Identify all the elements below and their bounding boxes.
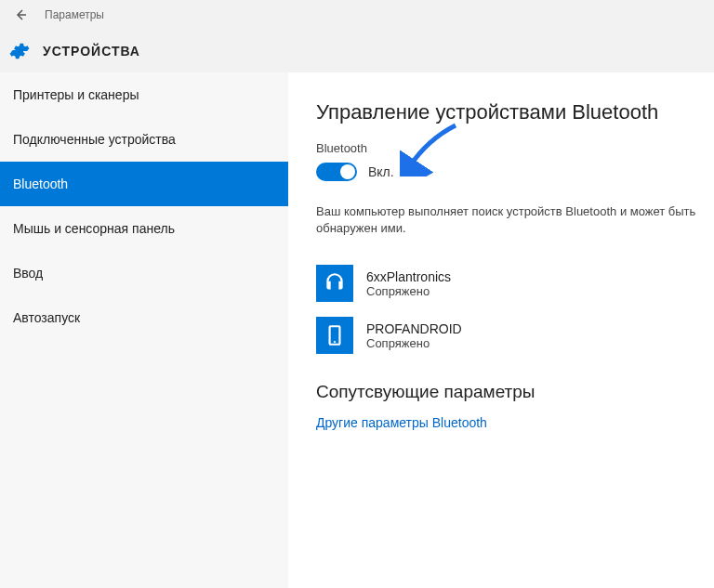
content: Принтеры и сканеры Подключенные устройст…: [0, 72, 714, 588]
more-bluetooth-settings-link[interactable]: Другие параметры Bluetooth: [316, 415, 714, 430]
sidebar-item-autorun[interactable]: Автозапуск: [0, 295, 288, 340]
sidebar-item-bluetooth[interactable]: Bluetooth: [0, 162, 288, 206]
arrow-left-icon: [13, 7, 28, 22]
device-info: 6xxPlantronics Сопряжено: [366, 269, 451, 298]
window-title: Параметры: [45, 8, 104, 21]
bluetooth-toggle[interactable]: [316, 163, 357, 181]
sidebar-item-connected-devices[interactable]: Подключенные устройства: [0, 117, 288, 162]
sidebar-item-printers[interactable]: Принтеры и сканеры: [0, 72, 288, 117]
device-status: Сопряжено: [366, 336, 462, 350]
main-panel: Управление устройствами Bluetooth Blueto…: [288, 72, 714, 588]
headset-icon: [316, 265, 353, 302]
page-title: Управление устройствами Bluetooth: [316, 100, 714, 124]
device-item[interactable]: PROFANDROID Сопряжено: [316, 317, 714, 354]
toggle-knob: [340, 164, 355, 179]
bluetooth-toggle-row: Вкл.: [316, 163, 714, 181]
device-name: PROFANDROID: [366, 321, 462, 336]
device-status: Сопряжено: [366, 284, 451, 298]
related-settings-title: Сопутсвующие параметры: [316, 382, 714, 402]
phone-icon: [316, 317, 353, 354]
header-title: УСТРОЙСТВА: [43, 44, 140, 59]
sidebar-item-input[interactable]: Ввод: [0, 251, 288, 295]
device-info: PROFANDROID Сопряжено: [366, 321, 462, 350]
device-name: 6xxPlantronics: [366, 269, 451, 284]
sidebar: Принтеры и сканеры Подключенные устройст…: [0, 72, 288, 588]
header: УСТРОЙСТВА: [0, 30, 714, 72]
sidebar-item-mouse[interactable]: Мышь и сенсорная панель: [0, 206, 288, 251]
back-button[interactable]: [9, 4, 32, 26]
toggle-state-label: Вкл.: [368, 164, 394, 179]
device-item[interactable]: 6xxPlantronics Сопряжено: [316, 265, 714, 302]
titlebar: Параметры: [0, 0, 714, 30]
toggle-section-label: Bluetooth: [316, 141, 714, 155]
status-description: Ваш компьютер выполняет поиск устройств …: [316, 203, 707, 237]
gear-icon: [9, 41, 30, 61]
svg-point-1: [334, 341, 336, 343]
